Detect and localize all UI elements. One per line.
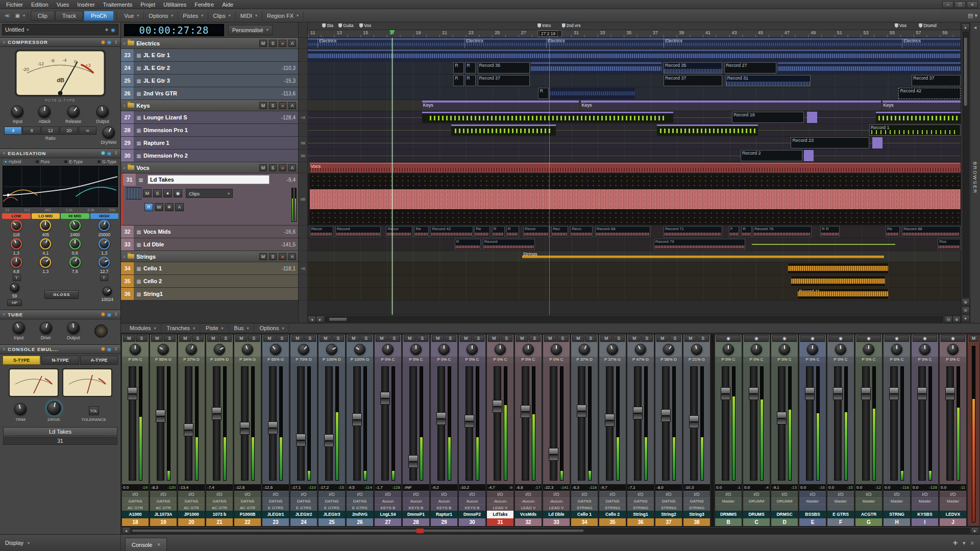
strip-name[interactable]: String2 [655,511,682,518]
channel-strip-lngls4[interactable]: MSP 0% C-1,7-128I/OAucunKEYS BLngLS427 [374,334,402,527]
send-slot[interactable]: DATNS [347,497,373,504]
zoom-in-icon[interactable]: ⊕ [952,316,961,323]
io-button[interactable]: I/O [715,491,742,497]
ratio-button-8[interactable]: 8 [22,127,40,135]
volume-fader[interactable] [750,366,757,481]
mute-button[interactable]: M [432,335,444,342]
strip-name[interactable]: DmnsP2 [459,511,485,518]
io-button[interactable]: I/O [262,491,289,497]
menu-projet[interactable]: Projet [136,2,159,8]
clip[interactable] [752,239,895,250]
track-row-33[interactable]: 33▦Ld Dble-141,5 [121,238,298,251]
channel-strip-jlegtr1[interactable]: MSP 65% G-12,6I/ODATNSE GTRSJLEGtr123 [262,334,289,527]
gloss-button[interactable]: GLOSS [44,290,79,299]
menu-utilitaires[interactable]: Utilitaires [159,2,190,8]
pan-knob[interactable] [410,344,422,355]
pan-knob[interactable] [835,344,846,355]
hp-button[interactable]: HP [7,299,22,306]
clip[interactable]: Record 11 [797,288,889,299]
strip-name[interactable]: JLEGtr1 [262,511,289,518]
clip[interactable]: Record 27 [724,62,776,73]
prochannel-power-icon[interactable]: ◉ [111,27,115,33]
send-slot[interactable]: Master [799,497,826,504]
channel-strip-p1000b[interactable]: MSP 34% G-12,8I/ODATNSAC GTRP1000B22 [234,334,261,527]
clip[interactable] [531,62,662,73]
channel-strip-bssbs[interactable]: ◉P 0% C0.0-16I/OMaster BSSBSE [799,334,826,527]
send-slot[interactable]: DATNS [234,497,261,504]
strip-name[interactable]: A1000 [122,511,149,518]
mute-button[interactable]: M [259,253,267,260]
clip[interactable]: Record 2 [741,150,803,161]
channel-strip-drmsc[interactable]: ◉P 0% C-9,1-13I/ODRUMM DRMSCD [771,334,798,527]
channel-strip-string3[interactable]: MSP 21% G-10,3I/OGATNSSTRINGString338 [683,334,710,527]
clip[interactable]: Record 76 [753,226,812,237]
io-button[interactable]: I/O [318,491,345,497]
console-type-a-type[interactable]: A-TYPE [80,356,118,365]
drive-knob[interactable] [47,401,61,415]
clip[interactable]: R [453,75,463,86]
mute-button[interactable]: M [628,335,641,342]
pan-knob[interactable] [691,344,702,355]
strip-name[interactable]: VcsMds [515,511,542,518]
shelf-toggle-button[interactable]: T [100,274,108,281]
clip[interactable]: Vocs [310,163,961,172]
clip-lane-Keys[interactable]: KeysKeysKeys [308,100,961,111]
solo-button[interactable]: S [248,335,260,342]
solo-button[interactable]: S [192,335,204,342]
mute-button[interactable]: M [207,335,219,342]
drag-handle-icon[interactable]: ≡ [123,254,126,259]
solo-button[interactable]: S [529,335,541,342]
zoom-out-icon[interactable]: ⊖ [944,316,952,323]
clip[interactable]: Recor [310,226,333,237]
strip-name[interactable]: JLEGtr2 [290,511,317,518]
fader-handle[interactable] [324,434,334,447]
send-slot[interactable]: Aucun [431,497,457,504]
strip-name[interactable]: ACGTR [855,511,882,518]
channel-strip-dmnsp2[interactable]: MSP 0% C-10,2I/OAucunKEYS BDmnsP230 [458,334,486,527]
channel-strip-jlegtr3[interactable]: MSP 100% D-17,2-15I/ODATNSE GTRSJLEGtr32… [318,334,346,527]
track-row-29[interactable]: 29▦Rapture 1 [121,137,298,149]
volume-fader[interactable] [634,366,642,481]
io-button[interactable]: I/O [150,491,177,497]
archive-button[interactable]: A [175,203,184,211]
clip[interactable]: R [538,88,548,99]
display-preset-dropdown[interactable]: Personnalisé ▾ [228,25,273,35]
power-icon[interactable]: ◉ [800,335,825,342]
freeze-button[interactable]: ❄ [165,203,174,211]
fader-handle[interactable] [945,387,955,400]
channel-strip-ldtaks[interactable]: MSP 0% C-4,7-9I/O-Aucun-LEAD VLdTaks31 [486,334,514,527]
mute-button[interactable]: M [969,335,978,342]
clip[interactable]: R [465,62,475,73]
fader-handle[interactable] [689,415,699,428]
fader-handle[interactable] [633,407,643,419]
clip[interactable] [804,150,814,161]
channel-strip-partial[interactable]: M [967,334,980,527]
drywet-knob[interactable] [103,127,115,139]
clip[interactable]: Roc [938,239,961,250]
output-assign[interactable] [912,504,938,511]
channel-strip-drmms[interactable]: ◉P 0% C0.0-1I/OMaster DRMMSB [715,334,742,527]
output-assign[interactable]: STRING [599,504,626,511]
band-knob[interactable] [69,257,81,268]
track-row-28[interactable]: 28▦Dimension Pro 1 [121,124,298,137]
timeline-marker[interactable]: Vox [895,23,906,28]
tab-proch[interactable]: ProCh [84,11,114,21]
output-assign[interactable]: LEAD V [487,504,513,511]
clip-lane-26[interactable]: RRecord 42 [308,87,961,100]
io-button[interactable]: I/O [487,491,513,497]
write-button[interactable]: W [155,203,163,211]
eq-mode-e-type[interactable]: E-Type [64,159,83,164]
output-assign[interactable]: E GTRS [290,504,317,511]
clip[interactable]: Record 42 [898,88,961,99]
fader-handle[interactable] [577,405,586,417]
io-button[interactable]: I/O [855,491,882,497]
solo-button[interactable]: S [669,335,681,342]
volume-fader[interactable] [890,366,898,481]
band-knob[interactable] [99,257,110,268]
output-assign[interactable]: STRING [627,504,654,511]
send-slot[interactable]: Master [827,497,854,504]
output-assign[interactable]: STRING [683,504,710,511]
strip-name[interactable]: KYSBS [912,511,938,518]
menu-aide[interactable]: Aide [218,2,237,8]
scroll-left-icon[interactable]: ◂ [122,527,130,534]
